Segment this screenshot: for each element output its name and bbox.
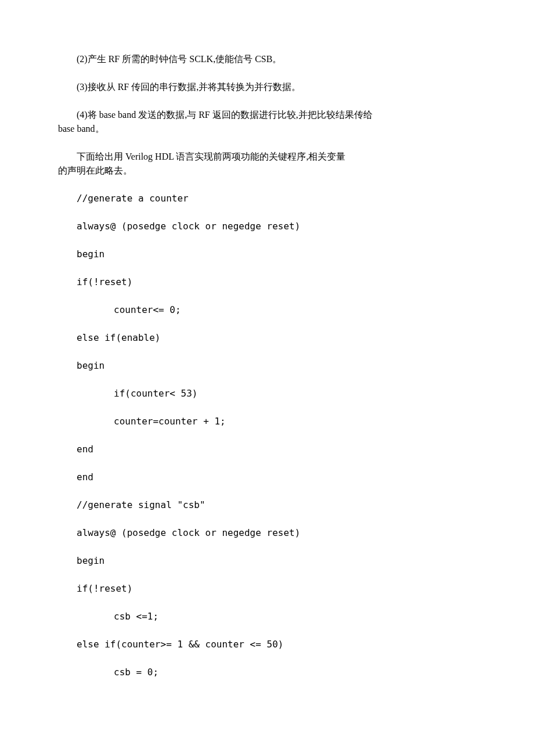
code-comment-csb: //generate signal "csb" — [58, 498, 476, 512]
code-counter-inc: counter=counter + 1; — [58, 415, 476, 429]
paragraph-intro-line1: 下面给出用 Verilog HDL 语言实现前两项功能的关键程序,相关变量 — [58, 150, 476, 164]
code-begin-1: begin — [58, 247, 476, 261]
code-csb-1: csb <=1; — [58, 610, 476, 624]
code-elseif-counter-range: else if(counter>= 1 && counter <= 50) — [58, 638, 476, 651]
code-if-reset-1: if(!reset) — [58, 275, 476, 289]
code-if-counter-53: if(counter< 53) — [58, 387, 476, 401]
paragraph-item-4-line2: base band。 — [58, 122, 476, 136]
code-csb-0: csb = 0; — [58, 665, 476, 679]
code-comment-counter: //generate a counter — [58, 192, 476, 206]
code-end-2: end — [58, 470, 476, 484]
code-if-reset-2: if(!reset) — [58, 582, 476, 596]
paragraph-intro-line2: 的声明在此略去。 — [58, 164, 476, 178]
code-always-1: always@ (posedge clock or negedge reset) — [58, 219, 476, 233]
code-counter-zero: counter<= 0; — [58, 303, 476, 317]
code-begin-2: begin — [58, 359, 476, 373]
code-begin-3: begin — [58, 554, 476, 568]
code-elseif-enable: else if(enable) — [58, 331, 476, 345]
paragraph-item-4-line1: (4)将 base band 发送的数据,与 RF 返回的数据进行比较,并把比较… — [58, 108, 476, 122]
code-end-1: end — [58, 442, 476, 456]
code-always-2: always@ (posedge clock or negedge reset) — [58, 526, 476, 540]
paragraph-item-2: (2)产生 RF 所需的时钟信号 SCLK,使能信号 CSB。 — [58, 52, 476, 66]
paragraph-item-3: (3)接收从 RF 传回的串行数据,并将其转换为并行数据。 — [58, 80, 476, 94]
